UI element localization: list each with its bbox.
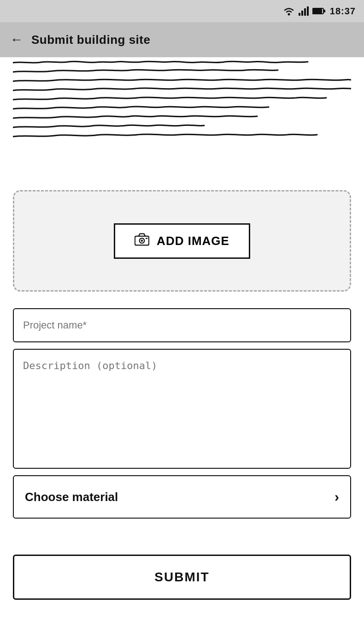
- form-section: Choose material ›: [0, 308, 364, 543]
- svg-point-0: [288, 13, 290, 16]
- back-button[interactable]: ←: [10, 32, 23, 47]
- chevron-right-icon: ›: [335, 489, 339, 505]
- choose-material-button[interactable]: Choose material ›: [13, 475, 351, 519]
- choose-material-label: Choose material: [25, 490, 118, 504]
- svg-rect-7: [324, 10, 325, 12]
- svg-point-10: [141, 239, 143, 241]
- svg-rect-2: [301, 11, 303, 16]
- svg-rect-3: [304, 8, 306, 16]
- project-name-input[interactable]: [13, 308, 351, 342]
- svg-rect-11: [146, 238, 147, 239]
- svg-rect-4: [307, 6, 309, 16]
- signal-icon: [299, 6, 309, 16]
- add-image-label: ADD IMAGE: [157, 234, 229, 248]
- submit-label: SUBMIT: [154, 570, 209, 584]
- description-text-block: [0, 57, 364, 170]
- page-title: Submit building site: [31, 33, 150, 47]
- svg-rect-6: [313, 9, 322, 13]
- description-input[interactable]: [13, 349, 351, 469]
- wifi-icon: [283, 6, 295, 16]
- scribble-text: [13, 57, 351, 168]
- image-upload-section: ADD IMAGE: [0, 177, 364, 292]
- add-image-button[interactable]: ADD IMAGE: [114, 223, 250, 259]
- status-icons: [283, 6, 325, 16]
- svg-rect-1: [299, 13, 300, 16]
- page-header: ← Submit building site: [0, 22, 364, 57]
- battery-icon: [312, 7, 325, 15]
- time-display: 18:37: [330, 6, 356, 17]
- status-bar: 18:37: [0, 0, 364, 22]
- image-upload-dropzone[interactable]: ADD IMAGE: [13, 190, 351, 292]
- camera-icon: [135, 233, 149, 249]
- submit-button[interactable]: SUBMIT: [13, 555, 351, 600]
- submit-section: SUBMIT: [0, 543, 364, 618]
